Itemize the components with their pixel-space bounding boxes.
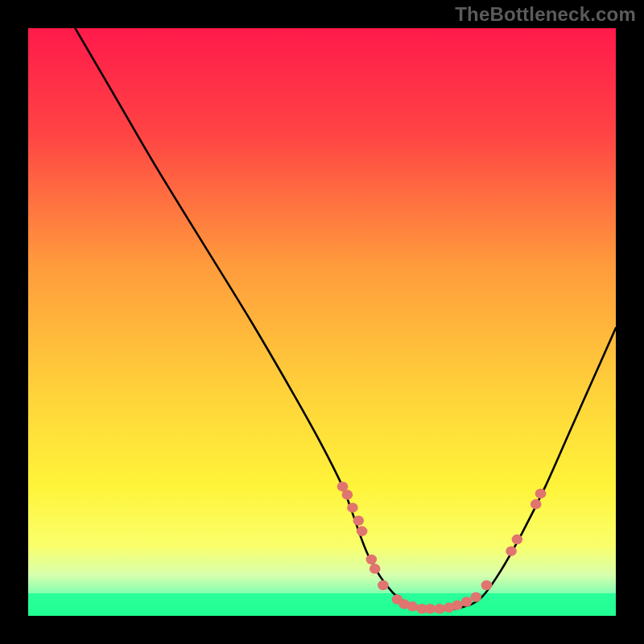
highlight-dot — [530, 499, 542, 510]
highlight-dot — [512, 535, 523, 545]
highlight-dot — [506, 546, 517, 556]
highlight-dot — [357, 526, 368, 537]
highlight-dot — [347, 502, 358, 513]
highlight-dot — [366, 555, 378, 565]
highlight-dots — [337, 481, 547, 613]
highlight-dot — [342, 489, 353, 500]
highlight-dot — [461, 597, 473, 607]
plot-area — [28, 28, 616, 616]
highlight-dot — [535, 489, 547, 499]
highlight-dot — [481, 580, 493, 591]
curve-svg — [28, 28, 616, 616]
highlight-dot — [452, 601, 463, 611]
chart-frame: TheBottleneck.com — [0, 0, 644, 644]
highlight-dot — [369, 564, 381, 574]
highlight-dot — [378, 580, 389, 591]
highlight-dot — [434, 604, 445, 614]
highlight-dot — [407, 601, 419, 612]
highlight-dot — [353, 515, 364, 526]
watermark-text: TheBottleneck.com — [455, 3, 636, 26]
highlight-dot — [425, 604, 436, 614]
bottleneck-curve — [75, 28, 616, 610]
highlight-dot — [470, 592, 481, 602]
